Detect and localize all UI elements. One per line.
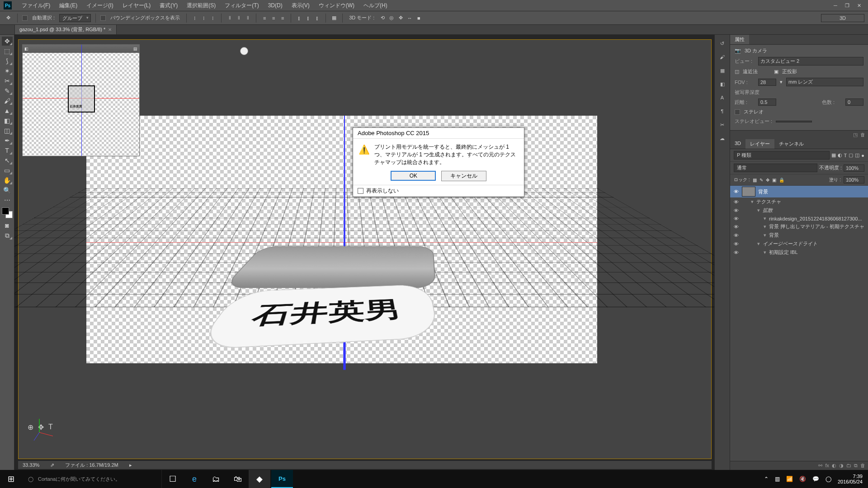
visibility-icon[interactable]: 👁 [733, 241, 739, 247]
cc-libraries-icon[interactable]: ☁ [717, 134, 727, 142]
delete-layer-icon[interactable]: 🗑 [860, 463, 865, 469]
menu-3d[interactable]: 3D(D) [264, 0, 287, 10]
nav-menu-icon[interactable]: ▤ [133, 47, 137, 51]
nav-pin-icon[interactable]: ◧ [24, 47, 28, 51]
quickmask-tool[interactable]: ◙ [2, 221, 13, 230]
layer-item[interactable]: 👁▾テクスチャ [730, 197, 868, 206]
ortho-icon[interactable]: ▣ [774, 69, 778, 75]
ps-taskbar-icon[interactable]: Ps [271, 470, 293, 488]
fov-unit[interactable]: mm レンズ [786, 78, 863, 86]
store-icon[interactable]: 🛍 [227, 470, 249, 488]
persp-icon[interactable]: ◫ [735, 69, 739, 75]
lock-artboard-icon[interactable]: ▣ [772, 178, 776, 183]
canvas-area[interactable]: 石井英男 ⊕ ✥ T ◧▤ 石井英男 33.33% ⇗ フ [14, 35, 714, 470]
brush-panel-icon[interactable]: 🖌 [717, 53, 727, 61]
lock-all-icon[interactable]: ▦ [753, 178, 757, 183]
move-tool[interactable]: ✥ [2, 37, 13, 46]
visibility-icon[interactable]: 👁 [733, 216, 739, 221]
filter-pixel-icon[interactable]: ▦ [831, 152, 836, 158]
window-close-button[interactable]: ✕ [854, 2, 864, 9]
auto-select-checkbox[interactable] [22, 15, 28, 21]
document-tab-close-icon[interactable]: ✕ [108, 27, 112, 32]
menu-file[interactable]: ファイル(F) [17, 0, 55, 11]
marquee-tool[interactable]: ⬚ [2, 47, 13, 56]
show-bbox-checkbox[interactable] [100, 15, 106, 21]
group-icon[interactable]: 🗀 [846, 463, 851, 469]
layer-item[interactable]: 👁▾初期設定 IBL [730, 248, 868, 257]
distribute-left-icon[interactable]: ⫿ [296, 14, 303, 22]
visibility-icon[interactable]: 👁 [733, 250, 739, 255]
view-select[interactable]: カスタムビュー 2 [758, 57, 863, 66]
layer-item[interactable]: 👁▾背景 押し出しマテリアル - 初期テクスチャ [730, 222, 868, 231]
dont-show-checkbox[interactable] [358, 188, 363, 194]
layer-list[interactable]: 👁背景👁▾テクスチャ👁▾拡散👁▾rinkakdesign_20151224183… [730, 186, 868, 461]
fx-icon[interactable]: fx [825, 463, 829, 469]
eyedropper-tool[interactable]: ✎ [2, 86, 13, 95]
swatches-icon[interactable]: ▦ [717, 66, 727, 75]
properties-tab[interactable]: 属性 [730, 35, 749, 44]
edge-icon[interactable]: e [184, 470, 205, 488]
pen-tool[interactable]: ✒ [2, 136, 13, 145]
opacity-input[interactable]: 100% [844, 164, 864, 172]
align-vcenter-icon[interactable]: ⫶ [200, 14, 208, 22]
menu-view[interactable]: 表示(V) [287, 0, 314, 11]
auto-align-icon[interactable]: ▦ [330, 14, 338, 22]
layer-item[interactable]: 👁背景 [730, 186, 868, 197]
menu-filter[interactable]: フィルター(T) [220, 0, 263, 11]
layer-filter-kind[interactable]: P 種類 [734, 151, 830, 160]
layer-item[interactable]: 👁▾背景 [730, 231, 868, 239]
visibility-icon[interactable]: 👁 [733, 233, 739, 238]
eraser-tool[interactable]: ◧ [2, 116, 13, 125]
color-swatch[interactable] [2, 207, 13, 218]
tools-preset-icon[interactable]: ✂ [717, 121, 727, 129]
stamp-tool[interactable]: ▲ [2, 106, 13, 115]
path-select-tool[interactable]: ↖ [2, 156, 13, 165]
action-center-icon[interactable]: ◯ [826, 476, 831, 482]
distribute-bottom-icon[interactable]: ≡ [279, 14, 286, 22]
layers-tab[interactable]: レイヤー [745, 139, 774, 149]
align-bottom-icon[interactable]: ⫶ [209, 14, 217, 22]
screenmode-tool[interactable]: ⧉ [2, 231, 13, 240]
explorer-icon[interactable]: 🗂 [205, 470, 227, 488]
filter-shape-icon[interactable]: ▢ [849, 152, 853, 158]
styles-icon[interactable]: ◧ [717, 80, 727, 88]
navigator-panel[interactable]: ◧▤ 石井英男 [22, 44, 140, 156]
battery-icon[interactable]: ▥ [775, 476, 780, 482]
distribute-vcenter-icon[interactable]: ≡ [270, 14, 277, 22]
adjustment-icon[interactable]: ◑ [839, 463, 844, 469]
zoom-tool[interactable]: 🔍 [2, 186, 13, 195]
ime-icon[interactable]: 💬 [812, 476, 819, 482]
blend-mode-select[interactable]: 通常 [734, 164, 817, 172]
distribute-right-icon[interactable]: ⫿ [314, 14, 321, 22]
pan-icon[interactable]: ✥ [397, 14, 404, 22]
3d-panel-tab[interactable]: 3D [730, 139, 745, 149]
window-restore-button[interactable]: ❐ [842, 2, 853, 9]
magic-wand-tool[interactable]: ✶ [2, 66, 13, 75]
menu-help[interactable]: ヘルプ(H) [359, 0, 392, 11]
layer-item[interactable]: 👁▾rinkakdesign_201512241836068127300... [730, 215, 868, 222]
menu-window[interactable]: ウィンドウ(W) [314, 0, 359, 11]
props-trash-icon[interactable]: 🗑 [860, 132, 865, 138]
visibility-icon[interactable]: 👁 [733, 189, 739, 194]
axis-gizmo[interactable] [30, 414, 57, 441]
zoom3d-icon[interactable]: ■ [415, 14, 422, 22]
brush-tool[interactable]: 🖌 [2, 96, 13, 105]
taskbar-clock[interactable]: 7:39 2016/05/24 [838, 474, 863, 484]
lock-pixel-icon[interactable]: ✎ [760, 178, 763, 183]
start-button[interactable]: ⊞ [0, 470, 22, 488]
tray-chevron-icon[interactable]: ⌃ [764, 476, 769, 482]
align-hcenter-icon[interactable]: ⫴ [235, 14, 242, 22]
filter-toggle[interactable]: ● [861, 153, 864, 158]
dist-input[interactable]: 0.5 [758, 99, 776, 106]
fill-input[interactable]: 100% [844, 176, 864, 183]
orbit-icon[interactable]: ⟲ [379, 14, 386, 22]
roll-icon[interactable]: ◎ [388, 14, 395, 22]
blur-input[interactable]: 0 [845, 99, 863, 106]
volume-icon[interactable]: 🔇 [799, 476, 806, 482]
align-left-icon[interactable]: ⫴ [226, 14, 233, 22]
distribute-top-icon[interactable]: ≡ [261, 14, 268, 22]
link-icon[interactable]: ⚯ [818, 463, 822, 469]
character-icon[interactable]: A [717, 94, 727, 102]
fov-input[interactable]: 28 [758, 79, 776, 86]
shape-tool[interactable]: ▭ [2, 166, 13, 175]
